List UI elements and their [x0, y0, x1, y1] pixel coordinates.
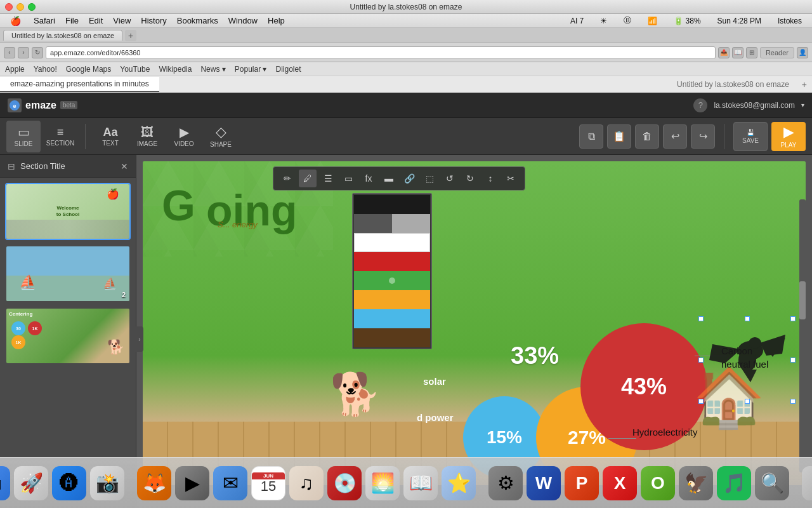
ctx-box-button[interactable]: ▭	[339, 170, 357, 187]
bookmark-apple[interactable]: Apple	[5, 65, 25, 74]
scrollbar-thumb[interactable]	[799, 281, 806, 319]
image-tool-button[interactable]: 🖼 IMAGE	[130, 121, 164, 152]
bookmark-yahoo[interactable]: Yahoo!	[34, 65, 57, 74]
ctx-fx-button[interactable]: fx	[360, 170, 377, 187]
menu-bookmarks[interactable]: Bookmarks	[177, 16, 218, 25]
ctx-highlight-button[interactable]: 🖊	[299, 170, 317, 187]
menu-safari[interactable]: Safari	[34, 16, 55, 25]
help-button[interactable]: ?	[693, 98, 707, 112]
ctx-crop-button[interactable]: ✂	[502, 170, 520, 187]
handle-tm[interactable]	[745, 316, 750, 321]
dock-firefox[interactable]: 🦊	[137, 466, 171, 500]
canvas-area[interactable]: ✏ 🖊 ☰ ▭ fx ▬ 🔗 ⬚ ↺ ↻ ↕ ✂	[136, 155, 812, 508]
redo-button[interactable]: ↪	[691, 124, 715, 149]
handle-ml[interactable]	[698, 358, 704, 363]
bookmark-wikipedia[interactable]: Wikipedia	[159, 65, 192, 74]
dock-isearch[interactable]: 🔍	[755, 466, 789, 500]
back-button[interactable]: ‹	[4, 47, 15, 58]
ctx-link-button[interactable]: 🔗	[400, 170, 418, 187]
color-swatch-darkgray[interactable]	[354, 214, 392, 233]
text-tool-button[interactable]: Aa TEXT	[93, 121, 128, 152]
slide-tool-button[interactable]: ▭ SLIDE	[6, 121, 41, 152]
dock-trash[interactable]: 🗑	[802, 466, 812, 500]
menu-history[interactable]: History	[141, 16, 166, 25]
dock-mail[interactable]: ✉	[213, 466, 247, 500]
user-name[interactable]: Istokes	[778, 17, 802, 25]
dock-dictionary[interactable]: 📖	[403, 466, 438, 500]
paste-button[interactable]: 📋	[607, 124, 631, 149]
color-swatch-blue[interactable]	[354, 309, 430, 328]
user-dropdown-icon[interactable]: ▾	[801, 102, 804, 109]
sidebar-close-button[interactable]: ✕	[121, 161, 128, 171]
dock-systemprefs[interactable]: ⚙	[488, 466, 523, 500]
sidebar-collapse-handle[interactable]: ›	[136, 326, 143, 352]
dock-dvdplayer[interactable]: 💿	[327, 466, 362, 500]
dock-launchpad[interactable]: 🚀	[14, 466, 48, 500]
ctx-rotate-ccw-button[interactable]: ↻	[461, 170, 479, 187]
menu-help[interactable]: Help	[268, 16, 285, 25]
color-swatch-white[interactable]	[354, 233, 430, 252]
wifi-icon[interactable]: 📶	[648, 17, 657, 25]
address-bar[interactable]: app.emaze.com/editor/66360	[46, 46, 716, 59]
color-swatch-green[interactable]	[354, 271, 430, 290]
handle-tl[interactable]	[698, 316, 704, 321]
dock-spotify[interactable]: 🎵	[717, 466, 751, 500]
dock-photos[interactable]: 📸	[90, 466, 124, 500]
new-tab-button[interactable]: +	[125, 30, 136, 41]
color-swatch-orange[interactable]	[354, 290, 430, 309]
menu-edit[interactable]: Edit	[89, 16, 103, 25]
reader-button[interactable]: Reader	[760, 47, 794, 58]
sidebar-toggle[interactable]: ⊟	[8, 161, 15, 171]
copy-button[interactable]: ⧉	[579, 124, 603, 149]
ctx-flip-button[interactable]: ↕	[481, 170, 499, 187]
handle-tr[interactable]	[790, 316, 796, 321]
dock-powerpoint[interactable]: P	[565, 466, 599, 500]
share-button[interactable]: 📤	[718, 47, 730, 58]
apple-menu[interactable]: 🍎	[10, 16, 21, 26]
dock-appstore[interactable]: 🅐	[52, 466, 86, 500]
shape-tool-button[interactable]: ◇ SHAPE	[204, 121, 238, 152]
color-swatch-brown[interactable]	[354, 328, 430, 347]
brightness-icon[interactable]: ☀	[600, 17, 607, 25]
dock-omni[interactable]: O	[641, 466, 675, 500]
bookmark-googlemaps[interactable]: Google Maps	[66, 65, 111, 74]
handle-mr[interactable]	[790, 358, 796, 363]
handle-bm[interactable]	[745, 399, 750, 404]
refresh-button[interactable]: ↻	[32, 47, 43, 58]
secondary-tab-emaze[interactable]: emaze-amazing presentations in minutes	[0, 77, 159, 92]
bookmarks-button[interactable]: 📖	[732, 47, 743, 58]
slide-thumbnail-3[interactable]: Centering 30 1K 1K 🐕	[5, 307, 131, 364]
ctx-rotate-cw-button[interactable]: ↺	[441, 170, 459, 187]
close-button[interactable]	[5, 3, 13, 11]
handle-br[interactable]	[790, 399, 796, 404]
bookmark-diigolet[interactable]: Diigolet	[276, 65, 301, 74]
secondary-expand-button[interactable]: +	[802, 79, 807, 90]
menu-view[interactable]: View	[113, 16, 131, 25]
dock-iphoto[interactable]: 🌅	[365, 466, 400, 500]
menu-window[interactable]: Window	[228, 16, 258, 25]
bookmark-youtube[interactable]: YouTube	[120, 65, 150, 74]
bluetooth-icon[interactable]: Ⓑ	[624, 15, 631, 26]
video-tool-button[interactable]: ▶ VIDEO	[167, 121, 201, 152]
dock-quicktime[interactable]: ▶	[175, 466, 209, 500]
ctx-list-button[interactable]: ☰	[319, 170, 337, 187]
bookmark-popular[interactable]: Popular	[235, 65, 267, 74]
color-swatch-black[interactable]	[354, 195, 430, 214]
dock-sierratradingpost[interactable]: 🦅	[679, 466, 713, 500]
minimize-button[interactable]	[16, 3, 24, 11]
dock-finder[interactable]: 🗂	[0, 466, 10, 500]
canvas-scrollbar[interactable]	[799, 199, 806, 472]
top-sites-button[interactable]: ⊞	[746, 47, 757, 58]
undo-button[interactable]: ↩	[663, 124, 687, 149]
ctx-fill-button[interactable]: ▬	[380, 170, 398, 187]
save-button[interactable]: 💾 SAVE	[733, 122, 768, 151]
dock-stardict[interactable]: ⭐	[442, 466, 476, 500]
user-email[interactable]: la.stokes08@gmail.com	[714, 101, 795, 110]
dock-itunes[interactable]: ♫	[289, 466, 324, 500]
profile-button[interactable]: 👤	[797, 47, 808, 58]
maximize-button[interactable]	[28, 3, 36, 11]
color-swatch-red[interactable]	[354, 252, 430, 271]
slide-thumbnail-2[interactable]: ⛵ ⛵ 2	[5, 245, 131, 302]
menu-file[interactable]: File	[65, 16, 79, 25]
slide-thumbnail-1[interactable]: 🍎 Welcometo School	[5, 183, 131, 240]
